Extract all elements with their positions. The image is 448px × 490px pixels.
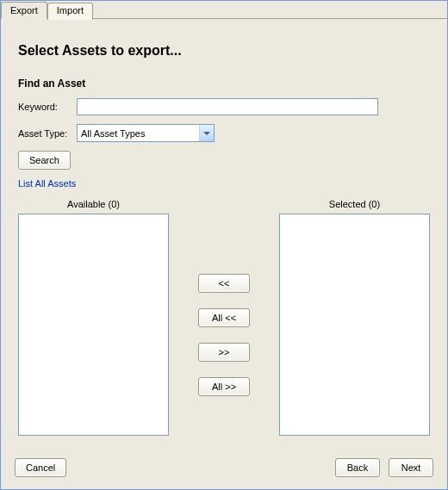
find-asset-header: Find an Asset <box>18 78 430 90</box>
tab-export[interactable]: Export <box>1 2 47 19</box>
keyword-row: Keyword: <box>18 98 430 115</box>
remove-all-button-label: All << <box>212 313 236 323</box>
keyword-label: Keyword: <box>18 102 77 112</box>
add-all-button-label: All >> <box>212 381 236 392</box>
page-title: Select Assets to export... <box>18 43 430 59</box>
asset-type-label: Asset Type: <box>18 128 77 139</box>
next-button-label: Next <box>401 462 421 473</box>
asset-type-row: Asset Type: All Asset Types <box>18 124 430 142</box>
content-area: Select Assets to export... Find an Asset… <box>1 19 447 436</box>
tab-bar: Export Import <box>1 1 447 19</box>
add-all-button[interactable]: All >> <box>198 377 250 396</box>
cancel-button[interactable]: Cancel <box>15 458 66 477</box>
asset-type-value: All Asset Types <box>78 127 199 140</box>
asset-type-select[interactable]: All Asset Types <box>77 124 215 142</box>
asset-type-dropdown-button[interactable] <box>199 125 214 141</box>
available-listbox[interactable] <box>18 214 169 436</box>
remove-button-label: << <box>219 278 230 288</box>
export-dialog: Export Import Select Assets to export...… <box>0 0 448 490</box>
transfer-buttons: << All << >> All >> <box>198 199 250 436</box>
next-button[interactable]: Next <box>389 458 433 477</box>
selected-label: Selected (0) <box>329 199 380 209</box>
back-button[interactable]: Back <box>335 458 380 477</box>
tab-export-label: Export <box>10 5 38 16</box>
add-button-label: >> <box>219 347 230 357</box>
remove-button[interactable]: << <box>198 274 250 293</box>
selected-listbox[interactable] <box>279 214 430 436</box>
list-all-assets-link[interactable]: List All Assets <box>18 178 430 189</box>
add-button[interactable]: >> <box>198 343 250 362</box>
cancel-button-label: Cancel <box>26 462 55 473</box>
tab-import-label: Import <box>57 5 84 16</box>
keyword-input[interactable] <box>77 98 378 115</box>
remove-all-button[interactable]: All << <box>198 308 250 327</box>
search-button-label: Search <box>29 155 59 165</box>
search-row: Search <box>18 151 430 170</box>
chevron-down-icon <box>203 132 210 135</box>
selected-column: Selected (0) <box>279 199 430 436</box>
available-column: Available (0) <box>18 199 169 436</box>
back-button-label: Back <box>347 462 368 473</box>
tab-import[interactable]: Import <box>47 3 93 20</box>
search-button[interactable]: Search <box>18 151 71 170</box>
footer: Cancel Back Next <box>15 458 433 477</box>
dual-list: Available (0) << All << >> All >> Select… <box>18 199 430 436</box>
available-label: Available (0) <box>67 199 120 209</box>
